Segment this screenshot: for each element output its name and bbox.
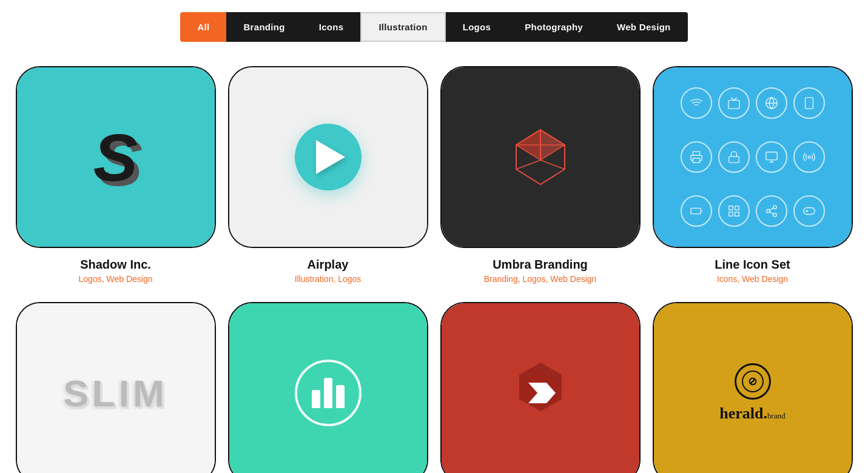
filter-nav: All Branding Icons Illustration Logos Ph… [12,12,856,42]
icon-broadcast [793,141,825,173]
ascend-circle [295,360,362,426]
filter-icons[interactable]: Icons [302,12,361,42]
svg-point-26 [773,213,776,216]
portfolio-thumb-line-icon-set[interactable] [653,66,853,248]
filter-photography[interactable]: Photography [508,12,600,42]
svg-rect-18 [690,208,701,213]
mobius-graphic [504,360,577,426]
svg-line-28 [769,208,773,210]
portfolio-grid: S Shadow Inc. Logos, Web Design Airplay … [16,66,853,473]
portfolio-item-ascend[interactable]: Ascend Redesign Branding, Web Design [228,302,428,473]
herald-brand-suffix: brand [767,411,786,420]
svg-point-24 [773,205,776,209]
portfolio-thumb-mobius[interactable] [440,302,641,473]
portfolio-tags-airplay: Illustration, Logos [295,274,362,284]
svg-rect-20 [728,206,732,209]
icon-share [756,195,787,227]
portfolio-tags-line-icon-set: Icons, Web Design [717,274,788,284]
icon-lock [718,141,750,173]
svg-line-5 [540,160,565,169]
svg-line-6 [516,160,540,169]
ascend-bars [312,378,345,408]
icon-battery [681,195,712,227]
portfolio-thumb-shadow-inc[interactable]: S [16,66,216,248]
svg-rect-13 [728,156,739,163]
icon-printer [681,141,712,173]
svg-line-27 [769,212,773,214]
bar-2 [324,378,332,408]
icon-globe [756,87,787,119]
portfolio-tags-shadow-inc: Logos, Web Design [79,274,153,284]
portfolio-thumb-umbra[interactable] [440,66,641,248]
bar-3 [336,385,345,408]
icon-phone [793,87,825,119]
icon-gamepad [793,195,825,227]
portfolio-item-airplay[interactable]: Airplay Illustration, Logos [228,66,428,284]
svg-rect-33 [803,207,814,214]
herald-logo-outer-circle: ⊘ [735,363,771,400]
icon-grid [718,195,750,227]
portfolio-title-umbra: Umbra Branding [493,258,588,272]
icon-wifi [681,87,712,119]
airplay-play-icon [316,140,345,174]
umbra-gem-graphic [504,121,577,193]
icon-tv [718,87,750,119]
portfolio-tags-umbra: Branding, Logos, Web Design [484,274,597,284]
portfolio-thumb-ascend[interactable] [228,302,428,473]
portfolio-title-line-icon-set: Line Icon Set [715,258,790,272]
portfolio-item-line-icon-set[interactable]: Line Icon Set Icons, Web Design [653,66,853,284]
filter-webdesign[interactable]: Web Design [600,12,688,42]
portfolio-title-shadow-inc: Shadow Inc. [80,258,151,272]
herald-logo-inner-circle: ⊘ [742,371,764,392]
svg-rect-23 [728,212,732,215]
herald-brand-text: herald.brand [719,404,785,423]
portfolio-title-airplay: Airplay [308,258,349,272]
portfolio-thumb-herald-brand[interactable]: ⊘ herald.brand [653,302,853,473]
bar-1 [312,390,320,408]
filter-all[interactable]: All [180,12,226,42]
svg-point-25 [766,209,770,213]
herald-x-symbol: ⊘ [748,375,757,388]
portfolio-item-umbra[interactable]: Umbra Branding Branding, Logos, Web Desi… [440,66,641,284]
portfolio-thumb-slim-font[interactable]: SLIM [16,302,216,473]
filter-illustration[interactable]: Illustration [360,12,445,42]
shadow-logo-s: S [93,119,138,196]
filter-branding[interactable]: Branding [226,12,301,42]
portfolio-thumb-airplay[interactable] [228,66,428,248]
svg-rect-14 [765,152,776,160]
svg-rect-22 [735,212,738,215]
svg-point-17 [808,156,810,158]
svg-rect-21 [735,206,738,209]
portfolio-item-slim-font[interactable]: SLIM Slim Font Illustration, Web Design [16,302,216,473]
slim-font-text: SLIM [63,372,167,415]
portfolio-item-herald-brand[interactable]: ⊘ herald.brand herald.brand Branding, We… [653,302,853,473]
portfolio-item-mobius[interactable]: Mobius Branding, Logos [440,302,641,473]
airplay-circle [295,124,362,190]
icons-grid [654,67,852,247]
svg-rect-12 [693,158,699,163]
svg-rect-10 [805,98,813,109]
portfolio-item-shadow-inc[interactable]: S Shadow Inc. Logos, Web Design [16,66,216,284]
svg-rect-7 [728,101,739,109]
icon-monitor [756,141,787,173]
filter-logos[interactable]: Logos [446,12,508,42]
